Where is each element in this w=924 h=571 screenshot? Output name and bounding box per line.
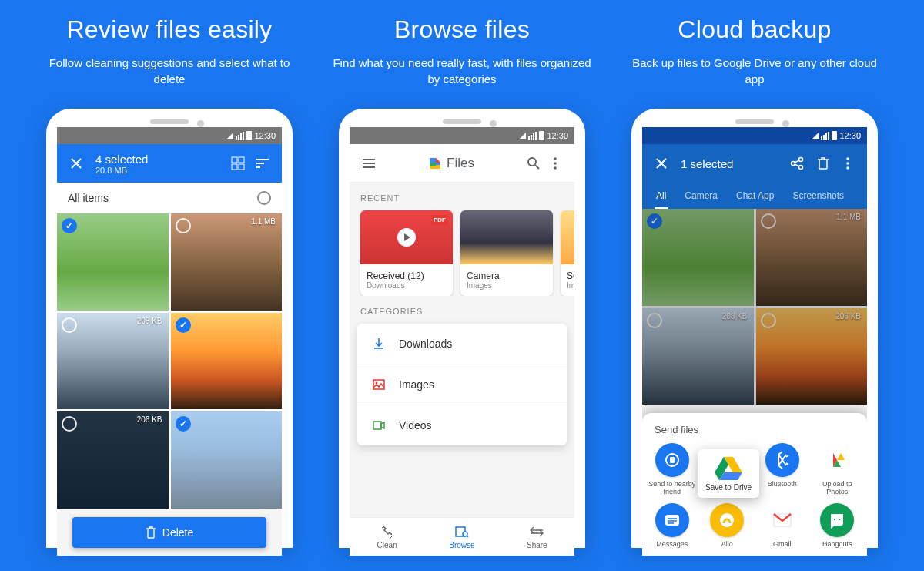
save-to-drive-popup[interactable]: Save to Drive [698, 449, 759, 498]
tab-camera[interactable]: Camera [675, 183, 727, 209]
panel-review: Review files easily Follow cleaning sugg… [31, 15, 308, 571]
tile-checkbox[interactable] [62, 218, 77, 233]
svg-rect-1 [239, 157, 244, 163]
panel-title: Review files easily [66, 15, 272, 44]
close-icon[interactable] [68, 155, 85, 172]
share-app-label: Hangouts [822, 540, 852, 548]
image-tile[interactable] [57, 213, 169, 311]
image-tile[interactable] [171, 411, 283, 509]
recent-card[interactable]: PDFReceived (12)Downloads [360, 210, 453, 296]
share-target[interactable]: Send to nearby friend [648, 443, 696, 495]
tile-checkbox[interactable] [176, 416, 191, 432]
image-tile[interactable]: 206 KB [756, 308, 868, 405]
panel-title: Cloud backup [678, 15, 831, 44]
category-row[interactable]: Downloads [357, 324, 567, 364]
share-app-icon [765, 503, 799, 537]
share-target[interactable]: Messages [648, 503, 696, 548]
share-app-icon [820, 503, 854, 537]
image-tile[interactable]: 1.1 MB [171, 213, 283, 311]
delete-label: Delete [162, 526, 193, 539]
svg-rect-3 [239, 164, 244, 170]
select-all-checkbox[interactable] [257, 191, 271, 205]
selected-count: 1 selected [681, 157, 788, 170]
share-icon[interactable] [788, 155, 805, 172]
share-app-label: Messages [656, 540, 688, 548]
image-tile[interactable]: 1.1 MB [756, 209, 868, 306]
share-app-icon [655, 503, 689, 537]
status-time: 12:30 [547, 131, 568, 140]
share-app-label: Allo [721, 540, 733, 548]
delete-button[interactable]: Delete [72, 517, 266, 548]
tile-checkbox[interactable] [176, 317, 191, 333]
svg-point-8 [554, 162, 557, 165]
phone-frame: 12:30 4 selected20.8 MB All items 1.1 MB… [46, 109, 293, 548]
nav-share[interactable]: Share [500, 518, 574, 556]
image-tile[interactable] [171, 313, 283, 410]
status-time: 12:30 [839, 131, 861, 140]
category-row[interactable]: Images [357, 364, 567, 405]
image-tile[interactable] [642, 209, 754, 306]
recent-card[interactable]: ScreenImages [561, 210, 574, 296]
svg-rect-10 [373, 380, 384, 389]
more-icon[interactable] [839, 155, 856, 172]
selection-appbar: 4 selected20.8 MB [57, 144, 282, 183]
image-icon [371, 377, 387, 392]
tile-checkbox[interactable] [62, 416, 77, 432]
tile-size: 1.1 MB [836, 213, 861, 221]
tile-checkbox[interactable] [176, 218, 191, 233]
svg-rect-22 [670, 457, 675, 463]
share-target[interactable]: Upload to Photos [814, 443, 862, 495]
tile-size: 208 KB [722, 312, 748, 321]
image-tile[interactable]: 208 KB [642, 308, 754, 405]
image-tile[interactable]: 208 KB [57, 313, 169, 410]
share-target[interactable]: Gmail [758, 503, 806, 548]
status-bar: 12:30 [642, 127, 867, 144]
tile-size: 208 KB [137, 317, 162, 325]
category-label: Videos [399, 419, 432, 432]
recent-card[interactable]: CameraImages [460, 210, 553, 296]
share-target[interactable]: Allo [704, 503, 752, 548]
trash-icon[interactable] [815, 155, 832, 172]
nav-browse[interactable]: Browse [424, 518, 499, 556]
sheet-label: Send files [648, 424, 861, 435]
tab-chat-app[interactable]: Chat App [727, 183, 783, 209]
share-target[interactable]: Hangouts [814, 503, 862, 548]
tab-all[interactable]: All [647, 183, 675, 209]
trash-icon [146, 526, 156, 539]
tile-checkbox[interactable] [761, 313, 776, 328]
close-icon[interactable] [653, 155, 670, 172]
nav-label: Share [527, 541, 547, 549]
search-icon[interactable] [525, 155, 542, 172]
selected-count: 4 selected [95, 153, 229, 166]
sort-icon[interactable] [254, 155, 271, 172]
video-icon [371, 418, 387, 433]
card-name: Camera [467, 270, 547, 281]
category-row[interactable]: Videos [357, 405, 567, 445]
svg-point-18 [846, 157, 849, 160]
tile-checkbox[interactable] [62, 317, 77, 333]
tile-checkbox[interactable] [761, 213, 776, 229]
share-app-icon [655, 443, 689, 477]
tile-checkbox[interactable] [647, 313, 662, 328]
svg-rect-0 [232, 157, 237, 163]
nav-label: Browse [449, 541, 474, 549]
more-icon[interactable] [547, 155, 564, 172]
nav-clean[interactable]: Clean [350, 518, 424, 556]
svg-point-19 [846, 162, 849, 165]
files-logo-icon [428, 156, 442, 170]
filter-row[interactable]: All items [57, 183, 282, 213]
panel-subtitle: Find what you need really fast, with fil… [323, 55, 601, 87]
share-app-label: Upload to Photos [814, 480, 862, 495]
phone-frame: 12:30 1 selected AllCameraChat AppScreen… [631, 109, 878, 548]
card-sub: Downloads [367, 281, 447, 290]
status-bar: 12:30 [57, 127, 282, 144]
menu-icon[interactable] [360, 155, 377, 172]
image-tile[interactable]: 206 KB [57, 411, 169, 509]
share-target[interactable]: Bluetooth [758, 443, 806, 495]
google-drive-icon [715, 455, 742, 480]
tab-screenshots[interactable]: Screenshots [783, 183, 853, 209]
svg-point-16 [792, 162, 795, 166]
tile-size: 206 KB [137, 415, 162, 424]
grid-view-icon[interactable] [229, 155, 246, 172]
tile-checkbox[interactable] [647, 213, 662, 229]
